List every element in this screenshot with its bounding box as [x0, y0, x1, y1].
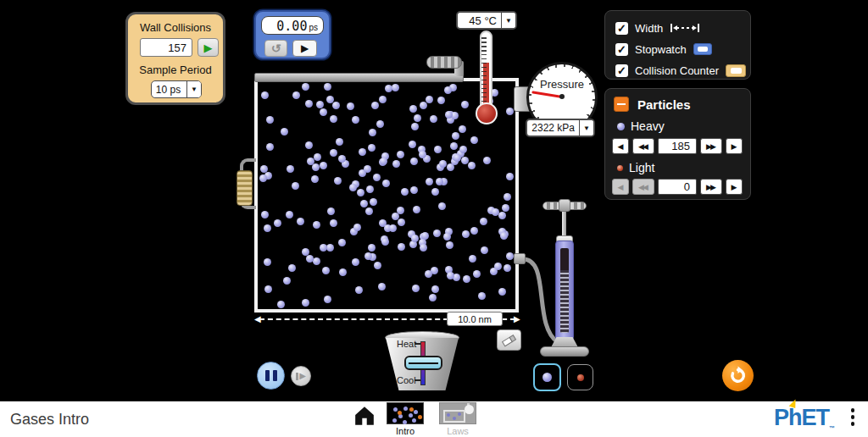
chevron-down-icon[interactable]: ▼ [579, 120, 593, 136]
heavy-particle [412, 285, 420, 292]
container-lid[interactable] [254, 73, 464, 82]
heavy-particle [330, 149, 337, 157]
stopwatch[interactable]: 0.00 ps ↺ ▶ [254, 10, 331, 59]
heavy-particle [447, 163, 454, 171]
heavy-particle [261, 91, 269, 99]
play-icon: ▶ [301, 42, 309, 54]
heavy-particle [420, 244, 427, 252]
collision-counter-checkbox-row[interactable]: ✓ Collision Counter [615, 63, 746, 78]
heavy-particle [327, 207, 335, 215]
stopwatch-reset-button[interactable]: ↺ [264, 40, 287, 57]
heat-cool-slider-handle[interactable] [404, 356, 442, 370]
heavy-particle [359, 148, 366, 156]
checkbox-checked-icon[interactable]: ✓ [615, 43, 628, 56]
collision-counter-panel[interactable]: Wall Collisions 157 ▶ Sample Period 10 p… [125, 12, 225, 105]
reset-all-button[interactable] [722, 360, 754, 391]
heavy-particle [450, 142, 458, 150]
heavy-particle [380, 158, 387, 165]
collision-counter-play-button[interactable]: ▶ [198, 38, 219, 57]
collision-count-readout: 157 [140, 38, 192, 57]
heavy-count-field[interactable]: 185 [658, 138, 697, 154]
light-increment-fast-button[interactable]: ▶▶ [700, 179, 722, 195]
pump-handle-knob[interactable] [559, 199, 570, 212]
heavy-particle [478, 292, 486, 300]
heavy-particle [461, 101, 469, 108]
heavy-particle [459, 146, 467, 153]
tab-intro-label: Intro [386, 426, 425, 436]
heavy-particle [368, 144, 376, 152]
heavy-particle [264, 258, 271, 266]
heavy-particle-radio-selected[interactable] [533, 363, 561, 391]
tab-laws-label: Laws [438, 426, 477, 436]
chevron-down-icon[interactable]: ▼ [501, 13, 515, 28]
pump-base [540, 346, 589, 357]
light-particle-radio[interactable] [567, 364, 593, 390]
temperature-unit-dropdown[interactable]: 45 °C ▼ [456, 11, 517, 30]
light-particle-icon [617, 165, 623, 171]
heavy-particle [500, 232, 508, 240]
sample-period-dropdown[interactable]: 10 ps ▼ [151, 80, 202, 98]
pause-button[interactable] [257, 362, 285, 390]
heavy-particle [431, 188, 439, 196]
flame-icon [789, 398, 798, 408]
minus-icon [617, 103, 626, 106]
heavy-particle [355, 286, 363, 294]
stopwatch-checkbox-row[interactable]: ✓ Stopwatch [615, 41, 712, 57]
pressure-needle-hub [559, 94, 565, 99]
heavy-particle [320, 162, 327, 169]
width-checkbox-row[interactable]: ✓ Width [615, 20, 700, 36]
width-checkbox-label: Width [635, 22, 663, 35]
tab-laws[interactable]: Laws [438, 402, 477, 436]
heavy-particle [430, 115, 437, 123]
heavy-particle [506, 173, 514, 180]
checkbox-checked-icon[interactable]: ✓ [615, 22, 628, 35]
phet-logo[interactable]: PhET™ [774, 405, 834, 431]
heavy-decrement-button[interactable]: ◀ [612, 138, 629, 154]
checkbox-checked-icon[interactable]: ✓ [615, 64, 628, 77]
sim-title: Gases Intro [10, 411, 89, 429]
collapse-button[interactable] [614, 97, 629, 112]
heavy-increment-fast-button[interactable]: ▶▶ [700, 138, 722, 154]
stopwatch-checkbox-label: Stopwatch [635, 43, 687, 56]
heavy-particle [381, 238, 389, 246]
container-resize-handle[interactable] [236, 170, 253, 206]
sample-period-value: 10 ps [152, 81, 186, 97]
menu-kebab-icon[interactable] [847, 408, 859, 426]
step-forward-button[interactable]: ▶ [291, 366, 311, 386]
chevron-down-icon[interactable]: ▼ [186, 81, 201, 97]
heavy-particle [470, 136, 478, 144]
heavy-particle [302, 299, 309, 307]
thumbnail-dot [409, 413, 413, 418]
heavy-decrement-fast-button[interactable]: ◀◀ [632, 138, 654, 154]
heavy-particle [314, 153, 321, 161]
heavy-particle [330, 115, 337, 123]
lid-handle[interactable] [426, 56, 462, 69]
light-count-field[interactable]: 0 [658, 179, 697, 195]
heavy-particle [320, 244, 327, 252]
home-button[interactable] [353, 406, 376, 426]
light-spinner: ◀ ◀◀ 0 ▶▶ ▶ [612, 179, 743, 195]
heavy-particle [462, 230, 470, 238]
heavy-increment-button[interactable]: ▶ [726, 138, 743, 154]
heavy-particle [411, 235, 419, 242]
heavy-particle [401, 188, 409, 196]
heavy-particle [316, 101, 324, 108]
heavy-particle [379, 96, 387, 103]
light-increment-button[interactable]: ▶ [726, 179, 743, 195]
heavy-particle [352, 116, 359, 124]
tab-intro[interactable]: Intro [386, 402, 425, 436]
heavy-particle [259, 174, 267, 182]
erase-button[interactable] [497, 329, 521, 351]
heavy-particle [366, 185, 374, 193]
heavy-particle [311, 175, 319, 183]
heavy-particle [433, 230, 441, 237]
heavy-particle [409, 141, 416, 148]
intro-thumbnail [387, 402, 424, 424]
stopwatch-display: 0.00 ps [261, 16, 324, 35]
heavy-particle [498, 288, 506, 296]
stopwatch-play-button[interactable]: ▶ [292, 40, 317, 57]
heavy-particle [264, 224, 271, 232]
heat-label: Heat [397, 339, 416, 349]
heavy-particle [338, 239, 346, 246]
pressure-unit-dropdown[interactable]: 2322 kPa ▼ [526, 119, 595, 137]
